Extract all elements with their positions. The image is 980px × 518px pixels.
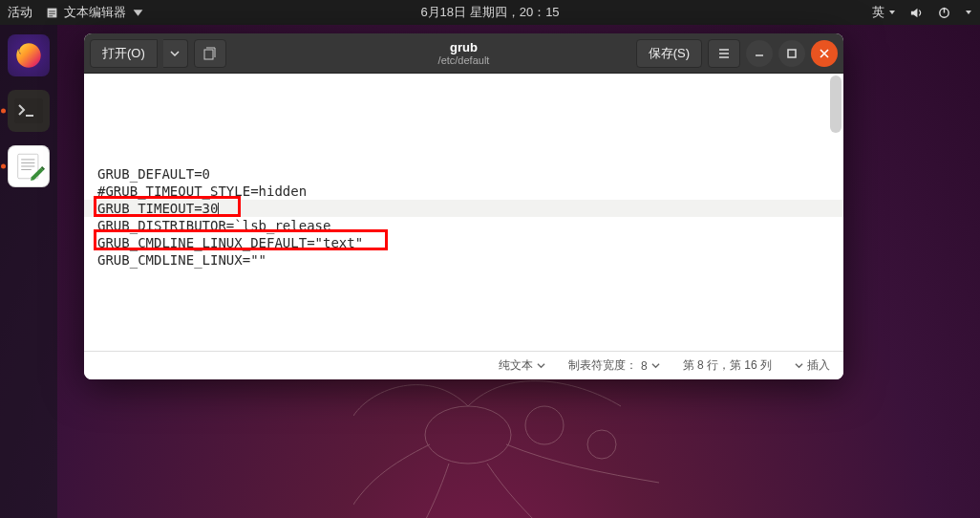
activities-button[interactable]: 活动 (8, 4, 32, 21)
ime-label: 英 (872, 4, 884, 21)
dock-item-terminal[interactable] (8, 90, 50, 132)
status-bar: 纯文本 制表符宽度：8 第 8 行，第 16 列 插入 (84, 351, 843, 379)
svg-point-13 (587, 430, 616, 459)
firefox-icon (12, 39, 45, 72)
chevron-down-icon (132, 7, 144, 19)
close-icon (819, 48, 830, 59)
open-button[interactable]: 打开(O) (90, 39, 158, 68)
wallpaper-graphic (353, 378, 735, 518)
svg-rect-14 (204, 50, 213, 59)
open-dropdown[interactable] (163, 39, 188, 68)
minimize-button[interactable] (746, 40, 773, 67)
language-selector[interactable]: 纯文本 (499, 357, 545, 374)
chevron-down-icon (170, 49, 180, 58)
chevron-down-icon (888, 9, 896, 16)
hamburger-menu[interactable] (708, 39, 740, 68)
text-editor-icon (12, 150, 45, 183)
power-icon[interactable] (937, 6, 951, 20)
svg-rect-4 (14, 98, 43, 123)
scrollbar[interactable] (830, 76, 842, 133)
title-text: grub (438, 40, 490, 54)
close-button[interactable] (811, 40, 838, 67)
volume-icon[interactable] (909, 6, 924, 20)
maximize-icon (786, 48, 798, 59)
save-button[interactable]: 保存(S) (636, 39, 702, 68)
subtitle-text: /etc/default (438, 54, 490, 66)
maximize-button[interactable] (778, 40, 805, 67)
chevron-down-icon[interactable] (965, 9, 972, 16)
line-col-indicator: 第 8 行，第 16 列 (683, 357, 772, 374)
text-content: GRUB_DEFAULT=0#GRUB_TIMEOUT_STYLE=hidden… (97, 165, 830, 269)
language-label: 纯文本 (499, 357, 533, 374)
svg-point-12 (525, 406, 564, 444)
app-menu[interactable]: 文本编辑器 (46, 4, 144, 21)
header-bar: 打开(O) grub /etc/default 保存(S) (84, 33, 843, 74)
input-method[interactable]: 英 (872, 4, 896, 21)
dock-item-text-editor[interactable] (8, 145, 50, 187)
dock-item-firefox[interactable] (8, 34, 50, 76)
text-editor-icon (46, 7, 58, 19)
mode-label: 插入 (807, 357, 830, 374)
terminal-icon (14, 98, 43, 123)
top-bar: 活动 文本编辑器 6月18日 星期四，20：15 英 (0, 0, 980, 25)
window-title: grub /etc/default (438, 40, 490, 66)
tab-width-selector[interactable]: 制表符宽度：8 (568, 357, 660, 374)
chevron-down-icon (795, 361, 803, 370)
text-area[interactable]: GRUB_DEFAULT=0#GRUB_TIMEOUT_STYLE=hidden… (84, 74, 843, 351)
desktop: 活动 文本编辑器 6月18日 星期四，20：15 英 (0, 0, 980, 518)
new-tab-button[interactable] (194, 39, 226, 68)
minimize-icon (754, 48, 765, 59)
launcher-dock (0, 25, 57, 518)
tab-width-label: 制表符宽度： (568, 357, 637, 374)
chevron-down-icon (651, 361, 660, 370)
new-tab-icon (202, 46, 218, 61)
chevron-down-icon (537, 361, 545, 370)
text-editor-window: 打开(O) grub /etc/default 保存(S) (84, 33, 843, 379)
hamburger-icon (717, 47, 731, 60)
app-menu-label: 文本编辑器 (64, 4, 126, 21)
svg-rect-16 (788, 50, 796, 57)
insert-mode-indicator[interactable]: 插入 (795, 357, 830, 374)
clock[interactable]: 6月18日 星期四，20：15 (420, 4, 559, 21)
svg-point-11 (425, 406, 511, 464)
tab-width-value: 8 (641, 359, 648, 373)
